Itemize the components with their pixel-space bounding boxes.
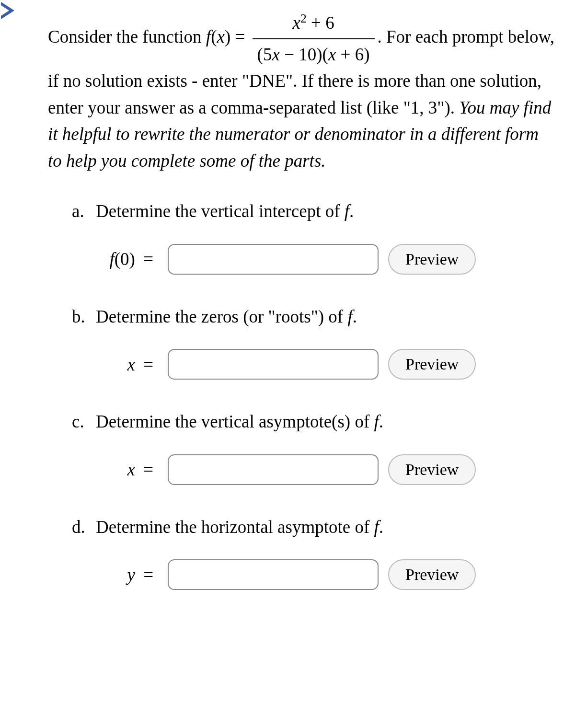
preview-button-a[interactable]: Preview	[388, 244, 476, 275]
answer-row-c: x = Preview	[72, 454, 556, 485]
answer-row-d: y = Preview	[72, 559, 556, 590]
preview-button-c[interactable]: Preview	[388, 454, 476, 485]
prompt-b-text: b.Determine the zeros (or "roots") of f.	[72, 303, 556, 330]
prompt-b: b.Determine the zeros (or "roots") of f.…	[72, 303, 556, 380]
prompt-c-text: c.Determine the vertical asymptote(s) of…	[72, 408, 556, 435]
preview-button-d[interactable]: Preview	[388, 559, 476, 590]
intro-eq: =	[230, 27, 249, 46]
answer-input-b[interactable]	[168, 349, 379, 380]
answer-input-a[interactable]	[168, 244, 379, 275]
answer-label-a: f(0) =	[96, 249, 158, 269]
answer-row-a: f(0) = Preview	[72, 244, 556, 275]
prompt-a: a.Determine the vertical intercept of f.…	[72, 198, 556, 275]
prompt-a-text: a.Determine the vertical intercept of f.	[72, 198, 556, 225]
question-container: Consider the function f(x) = x2 + 6(5x −…	[0, 0, 575, 638]
fraction: x2 + 6(5x − 10)(x + 6)	[253, 10, 375, 68]
answer-label-c: x =	[96, 459, 158, 480]
prompts-list: a.Determine the vertical intercept of f.…	[48, 198, 556, 590]
prompt-c: c.Determine the vertical asymptote(s) of…	[72, 408, 556, 485]
prompt-d: d.Determine the horizontal asymptote of …	[72, 514, 556, 590]
answer-row-b: x = Preview	[72, 349, 556, 380]
prompt-d-text: d.Determine the horizontal asymptote of …	[72, 514, 556, 541]
answer-label-b: x =	[96, 354, 158, 375]
expand-marker-icon[interactable]	[1, 2, 14, 19]
prompt-letter: a.	[72, 198, 96, 225]
fn-name: f	[206, 27, 211, 46]
prompt-letter: c.	[72, 408, 96, 435]
preview-button-b[interactable]: Preview	[388, 349, 476, 380]
prompt-letter: d.	[72, 514, 96, 541]
answer-input-c[interactable]	[168, 454, 379, 485]
prompt-letter: b.	[72, 303, 96, 330]
answer-label-d: y =	[96, 565, 158, 585]
numerator: x2 + 6	[253, 10, 375, 38]
fn-arg: x	[217, 27, 224, 46]
answer-input-d[interactable]	[168, 559, 379, 590]
intro-prefix: Consider the function	[48, 27, 206, 46]
question-intro: Consider the function f(x) = x2 + 6(5x −…	[48, 10, 556, 174]
denominator: (5x − 10)(x + 6)	[253, 38, 375, 68]
